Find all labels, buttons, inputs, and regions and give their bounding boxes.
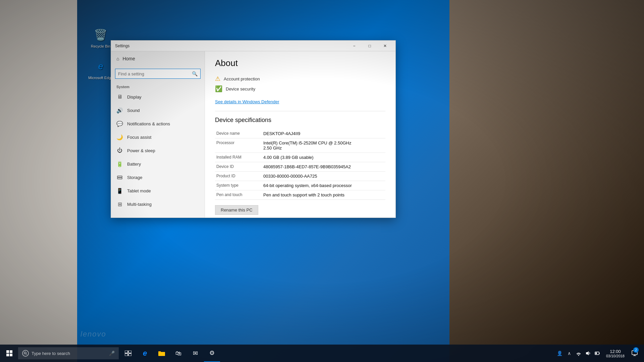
spec-label-system-type: System type (215, 181, 262, 190)
focus-assist-label: Focus assist (127, 135, 151, 140)
svg-rect-9 (128, 351, 131, 353)
store-button[interactable]: 🛍 (170, 345, 186, 362)
spec-row-product-id: Product ID 00330-80000-00000-AA725 (215, 172, 385, 181)
microphone-icon[interactable]: 🎤 (109, 351, 115, 356)
find-setting-input[interactable] (118, 71, 190, 76)
sidebar-item-battery[interactable]: 🔋 Battery (111, 157, 205, 171)
svg-rect-10 (125, 354, 128, 356)
microsoft-edge-icon[interactable]: e Microsoft Edge (87, 58, 114, 80)
svg-rect-2 (6, 350, 9, 353)
sidebar-item-tablet-mode[interactable]: 📱 Tablet mode (111, 184, 205, 197)
sidebar-item-sound[interactable]: 🔊 Sound (111, 104, 205, 117)
focus-assist-icon: 🌙 (116, 134, 123, 140)
spec-value-pen-touch: Pen and touch support with 2 touch point… (262, 190, 385, 200)
main-content: About ⚠ Account protection ✅ Device secu… (205, 51, 395, 218)
bg-left (0, 0, 77, 362)
search-icon: 🔍 (192, 71, 198, 76)
multitasking-icon: ⊞ (116, 201, 123, 207)
svg-rect-4 (6, 354, 9, 356)
notification-center-button[interactable]: 2 (629, 345, 640, 362)
spec-row-device-id: Device ID 48085957-1B6B-4ED7-857E-9B9B03… (215, 162, 385, 172)
taskbar-search-box[interactable]: Type here to search 🎤 (18, 347, 119, 359)
svg-line-7 (26, 354, 27, 355)
sound-icon: 🔊 (116, 107, 123, 114)
find-setting-search[interactable]: 🔍 (115, 69, 201, 79)
people-tray-icon[interactable]: 👤 (556, 349, 564, 357)
spec-row-processor: Processor Intel(R) Core(TM) i5-2520M CPU… (215, 138, 385, 153)
notification-badge: 2 (633, 347, 639, 353)
recycle-bin-icon[interactable]: 🗑️ Recycle Bin (87, 27, 114, 48)
maximize-button[interactable]: □ (362, 41, 377, 51)
account-protection-item: ⚠ Account protection (215, 75, 385, 82)
search-circle-icon (22, 350, 29, 357)
spec-label-pen-touch: Pen and touch (215, 190, 262, 200)
minimize-button[interactable]: − (346, 41, 362, 51)
edge-taskbar-button[interactable]: e (137, 345, 153, 362)
sidebar-item-focus-assist[interactable]: 🌙 Focus assist (111, 130, 205, 144)
desktop: 🗑️ Recycle Bin e Microsoft Edge Settings… (0, 0, 644, 362)
settings-taskbar-button[interactable]: ⚙ (204, 345, 220, 362)
power-sleep-icon: ⏻ (116, 147, 123, 154)
device-security-item: ✅ Device security (215, 85, 385, 93)
close-button[interactable]: ✕ (377, 41, 393, 51)
spec-value-ram: 4.00 GB (3.89 GB usable) (262, 153, 385, 162)
spec-label-processor: Processor (215, 138, 262, 153)
defender-link[interactable]: See details in Windows Defender (215, 99, 385, 104)
mail-button[interactable]: ✉ (187, 345, 203, 362)
spec-value-product-id: 00330-80000-00000-AA725 (262, 172, 385, 181)
network-tray-icon[interactable] (575, 349, 583, 357)
sidebar-item-power-sleep[interactable]: ⏻ Power & sleep (111, 144, 205, 157)
svg-rect-1 (117, 178, 122, 179)
spec-row-device-name: Device name DESKTOP-4AJ4II9 (215, 129, 385, 138)
lenovo-brand: lenovo (80, 330, 106, 339)
display-label: Display (127, 95, 142, 100)
recycle-bin-image: 🗑️ (93, 27, 109, 43)
battery-icon: 🔋 (116, 161, 123, 167)
edge-label: Microsoft Edge (88, 76, 113, 80)
system-tray: 👤 ∧ (556, 345, 643, 362)
spec-row-system-type: System type 64-bit operating system, x64… (215, 181, 385, 190)
svg-rect-16 (599, 353, 600, 354)
svg-rect-11 (128, 354, 131, 356)
clock-date: 03/10/2018 (606, 354, 625, 358)
sidebar-home[interactable]: ⌂ Home (111, 51, 205, 66)
svg-rect-17 (595, 353, 597, 354)
spec-value-device-id: 48085957-1B6B-4ED7-857E-9B9B035945A2 (262, 162, 385, 172)
chevron-up-icon[interactable]: ∧ (565, 349, 573, 357)
security-section: ⚠ Account protection ✅ Device security (215, 75, 385, 93)
clock-time: 12:00 (606, 349, 625, 354)
storage-icon (116, 174, 123, 181)
svg-rect-3 (10, 350, 12, 353)
tablet-mode-icon: 📱 (116, 187, 123, 194)
notifications-label: Notifications & actions (127, 121, 170, 126)
volume-tray-icon[interactable] (584, 349, 592, 357)
rename-pc-button[interactable]: Rename this PC (215, 205, 258, 215)
page-title: About (215, 58, 385, 68)
window-titlebar: Settings − □ ✕ (111, 41, 395, 51)
sidebar-item-multitasking[interactable]: ⊞ Multi-tasking (111, 197, 205, 211)
start-button[interactable] (1, 345, 17, 362)
settings-window: Settings − □ ✕ ⌂ Home 🔍 System (111, 40, 396, 218)
power-sleep-label: Power & sleep (127, 148, 155, 153)
file-explorer-button[interactable] (154, 345, 170, 362)
sidebar-item-notifications[interactable]: 💬 Notifications & actions (111, 117, 205, 130)
battery-label: Battery (127, 162, 141, 167)
sound-label: Sound (127, 108, 140, 113)
desktop-icons: 🗑️ Recycle Bin e Microsoft Edge (87, 27, 114, 80)
battery-tray-icon[interactable] (593, 349, 601, 357)
system-clock[interactable]: 12:00 03/10/2018 (603, 349, 627, 358)
sidebar-item-storage[interactable]: Storage (111, 171, 205, 184)
divider (215, 111, 385, 111)
notifications-icon: 💬 (116, 120, 123, 127)
multitasking-label: Multi-tasking (127, 202, 152, 207)
device-security-label: Device security (226, 86, 255, 92)
tablet-mode-label: Tablet mode (127, 188, 151, 193)
sidebar: ⌂ Home 🔍 System 🖥 Display 🔊 Sound (111, 51, 205, 218)
task-view-button[interactable] (120, 345, 136, 362)
tray-icons: 👤 ∧ (556, 349, 601, 357)
sidebar-item-display[interactable]: 🖥 Display (111, 90, 205, 104)
ok-icon: ✅ (215, 85, 222, 93)
account-protection-label: Account protection (224, 76, 260, 81)
system-section-title: System (111, 81, 205, 90)
svg-rect-8 (125, 351, 128, 353)
